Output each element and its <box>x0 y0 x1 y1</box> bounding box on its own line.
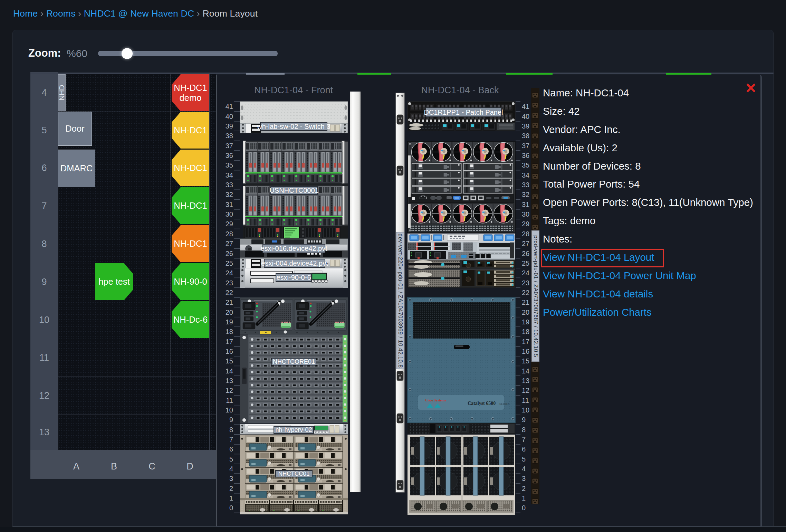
svg-text:15: 15 <box>226 357 233 365</box>
svg-text:26: 26 <box>226 250 233 257</box>
svg-text:21: 21 <box>522 298 529 306</box>
svg-text:35: 35 <box>226 161 233 169</box>
svg-text:22: 22 <box>522 289 529 296</box>
svg-text:17: 17 <box>522 338 529 345</box>
svg-text:25: 25 <box>522 259 529 267</box>
svg-text:23: 23 <box>226 279 233 287</box>
svg-text:1: 1 <box>229 494 233 502</box>
svg-text:4: 4 <box>522 465 526 473</box>
svg-text:7: 7 <box>229 436 233 443</box>
svg-text:16: 16 <box>522 348 529 355</box>
svg-text:34: 34 <box>226 171 233 179</box>
svg-text:34: 34 <box>522 171 529 179</box>
svg-text:28: 28 <box>226 230 233 238</box>
svg-text:13: 13 <box>226 377 233 384</box>
svg-text:5: 5 <box>522 455 526 463</box>
svg-text:1: 1 <box>522 494 526 502</box>
svg-text:3: 3 <box>229 475 233 482</box>
svg-text:27: 27 <box>522 240 529 247</box>
svg-text:12: 12 <box>226 387 233 394</box>
svg-text:39: 39 <box>226 122 233 130</box>
svg-text:40: 40 <box>226 113 233 120</box>
svg-text:18: 18 <box>226 328 233 335</box>
svg-text:5: 5 <box>229 455 233 463</box>
svg-text:30: 30 <box>522 210 529 218</box>
svg-text:11: 11 <box>522 397 529 404</box>
svg-text:17: 17 <box>226 338 233 345</box>
svg-text:40: 40 <box>522 113 529 120</box>
svg-text:41: 41 <box>226 103 233 110</box>
svg-text:37: 37 <box>522 142 529 150</box>
svg-text:2: 2 <box>229 485 233 492</box>
svg-text:31: 31 <box>522 201 529 208</box>
svg-text:12: 12 <box>522 387 529 394</box>
svg-text:27: 27 <box>226 240 233 247</box>
svg-text:37: 37 <box>226 142 233 150</box>
svg-text:39: 39 <box>522 122 529 130</box>
svg-text:38: 38 <box>522 132 529 140</box>
svg-text:0: 0 <box>229 504 233 512</box>
svg-text:SERIES: SERIES <box>499 402 510 406</box>
svg-text:0: 0 <box>522 504 526 512</box>
svg-text:29: 29 <box>522 220 529 228</box>
svg-text:26: 26 <box>522 250 529 257</box>
svg-text:33: 33 <box>226 181 233 189</box>
svg-text:36: 36 <box>522 152 529 159</box>
svg-text:19: 19 <box>226 318 233 326</box>
svg-text:24: 24 <box>522 269 529 277</box>
svg-text:23: 23 <box>522 279 529 287</box>
svg-text:Cisco Systems: Cisco Systems <box>425 398 446 402</box>
svg-text:32: 32 <box>226 191 233 198</box>
svg-text:8: 8 <box>522 426 526 434</box>
svg-text:11: 11 <box>226 397 233 404</box>
svg-text:38: 38 <box>226 132 233 140</box>
svg-text:36: 36 <box>226 152 233 159</box>
svg-text:19: 19 <box>522 318 529 326</box>
svg-text:20: 20 <box>226 308 233 316</box>
svg-text:10: 10 <box>522 406 529 414</box>
svg-text:33: 33 <box>522 181 529 189</box>
svg-text:25: 25 <box>226 259 233 267</box>
svg-text:24: 24 <box>226 269 233 277</box>
svg-text:35: 35 <box>522 161 529 169</box>
svg-text:8: 8 <box>229 426 233 434</box>
svg-text:Catalyst 6500: Catalyst 6500 <box>468 401 496 406</box>
svg-text:6: 6 <box>522 445 526 453</box>
svg-text:14: 14 <box>522 367 529 375</box>
svg-text:30: 30 <box>226 210 233 218</box>
svg-text:20: 20 <box>522 308 529 316</box>
svg-text:9: 9 <box>522 416 526 424</box>
svg-text:13: 13 <box>522 377 529 384</box>
svg-text:41: 41 <box>522 103 529 110</box>
svg-text:16: 16 <box>226 348 233 355</box>
svg-text:3: 3 <box>522 475 526 482</box>
svg-text:31: 31 <box>226 201 233 208</box>
svg-text:2: 2 <box>522 485 526 492</box>
svg-text:15: 15 <box>522 357 529 365</box>
svg-text:4: 4 <box>229 465 233 473</box>
svg-text:6: 6 <box>229 445 233 453</box>
svg-text:14: 14 <box>226 367 233 375</box>
svg-text:7: 7 <box>522 436 526 443</box>
svg-text:18: 18 <box>522 328 529 335</box>
svg-text:22: 22 <box>226 289 233 296</box>
svg-text:21: 21 <box>226 298 233 306</box>
svg-text:9: 9 <box>229 416 233 424</box>
svg-text:28: 28 <box>522 230 529 238</box>
svg-text:29: 29 <box>226 220 233 228</box>
svg-text:32: 32 <box>522 191 529 198</box>
svg-text:10: 10 <box>226 406 233 414</box>
